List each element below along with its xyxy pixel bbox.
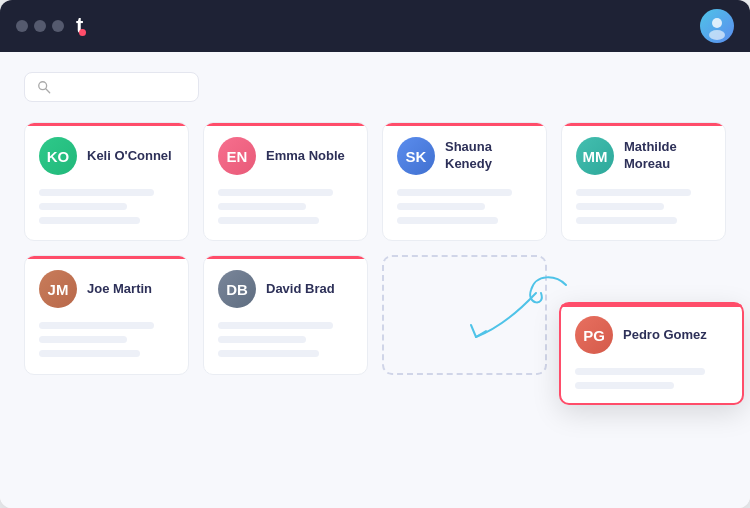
card-line — [218, 350, 319, 357]
card-name: Emma Noble — [266, 148, 345, 165]
card-lines — [397, 189, 532, 224]
card-line — [39, 350, 140, 357]
floating-drag-card[interactable]: PGPedro Gomez — [559, 302, 744, 405]
card-header: JMJoe Martin — [39, 270, 174, 308]
svg-point-0 — [712, 18, 722, 28]
card-avatar: DB — [218, 270, 256, 308]
floating-card-lines — [575, 368, 728, 389]
search-box[interactable] — [24, 72, 199, 102]
card-avatar: KO — [39, 137, 77, 175]
card-line — [397, 217, 498, 224]
card-header: KOKeli O'Connel — [39, 137, 174, 175]
card-name: Joe Martin — [87, 281, 152, 298]
card-name: Shauna Kenedy — [445, 139, 532, 173]
card-avatar: JM — [39, 270, 77, 308]
person-card[interactable]: JMJoe Martin — [24, 255, 189, 375]
titlebar: t — [0, 0, 750, 52]
stats-bar — [219, 80, 241, 95]
svg-line-3 — [46, 89, 50, 93]
person-card[interactable]: ENEmma Noble — [203, 122, 368, 241]
card-line — [575, 368, 705, 375]
maximize-button[interactable] — [52, 20, 64, 32]
person-card[interactable]: DBDavid Brad — [203, 255, 368, 375]
card-line — [218, 322, 333, 329]
card-line — [39, 336, 127, 343]
floating-card-name: Pedro Gomez — [623, 327, 707, 344]
empty-card-slot — [382, 255, 547, 375]
card-grid-row2: JMJoe MartinDBDavid Brad PGPedro Gomez — [24, 255, 726, 375]
card-avatar: MM — [576, 137, 614, 175]
traffic-lights — [16, 20, 64, 32]
floating-card-header: PGPedro Gomez — [575, 316, 728, 354]
card-line — [218, 189, 333, 196]
card-line — [39, 203, 127, 210]
main-content: KOKeli O'ConnelENEmma NobleSKShauna Kene… — [0, 52, 750, 508]
card-line — [218, 203, 306, 210]
user-avatar[interactable] — [700, 9, 734, 43]
card-avatar: SK — [397, 137, 435, 175]
logo-dot — [79, 29, 86, 36]
card-line — [576, 203, 664, 210]
person-card[interactable]: SKShauna Kenedy — [382, 122, 547, 241]
person-card[interactable]: KOKeli O'Connel — [24, 122, 189, 241]
card-header: ENEmma Noble — [218, 137, 353, 175]
card-header: SKShauna Kenedy — [397, 137, 532, 175]
titlebar-left: t — [16, 15, 83, 37]
minimize-button[interactable] — [34, 20, 46, 32]
card-line — [218, 336, 306, 343]
card-lines — [39, 322, 174, 357]
card-line — [39, 189, 154, 196]
card-line — [218, 217, 319, 224]
card-lines — [218, 322, 353, 357]
person-card[interactable]: MMMathilde Moreau — [561, 122, 726, 241]
card-line — [397, 203, 485, 210]
card-grid-row1: KOKeli O'ConnelENEmma NobleSKShauna Kene… — [24, 122, 726, 241]
close-button[interactable] — [16, 20, 28, 32]
search-icon — [37, 80, 51, 94]
app-window: t — [0, 0, 750, 508]
card-lines — [218, 189, 353, 224]
card-line — [397, 189, 512, 196]
card-line — [39, 322, 154, 329]
card-line — [576, 217, 677, 224]
card-lines — [39, 189, 174, 224]
svg-point-1 — [709, 30, 725, 40]
card-name: Mathilde Moreau — [624, 139, 711, 173]
card-name: David Brad — [266, 281, 335, 298]
card-avatar: EN — [218, 137, 256, 175]
card-header: DBDavid Brad — [218, 270, 353, 308]
card-line — [576, 189, 691, 196]
card-lines — [576, 189, 711, 224]
floating-card-avatar: PG — [575, 316, 613, 354]
card-name: Keli O'Connel — [87, 148, 172, 165]
logo: t — [76, 15, 83, 37]
card-line — [575, 382, 674, 389]
card-header: MMMathilde Moreau — [576, 137, 711, 175]
card-line — [39, 217, 140, 224]
toolbar — [24, 72, 726, 102]
